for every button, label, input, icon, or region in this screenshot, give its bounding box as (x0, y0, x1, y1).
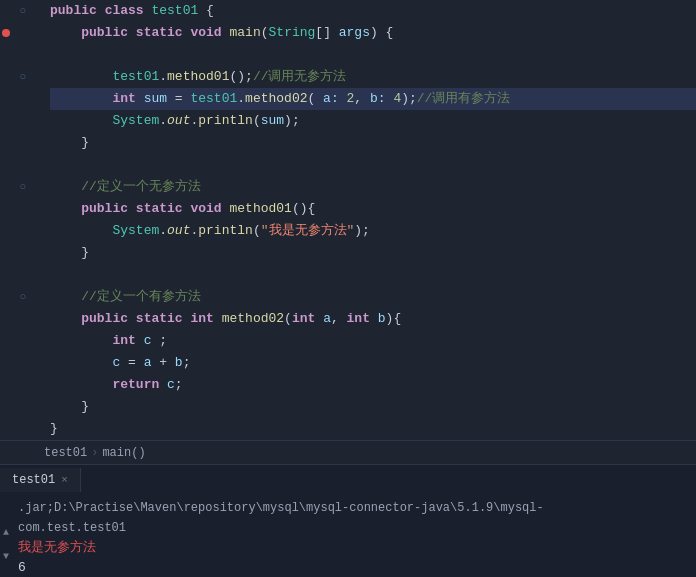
code-line-6: System.out.println(sum); (50, 110, 696, 132)
gutter-line-4: ○ (0, 66, 32, 88)
code-line-1: public class test01 { (50, 0, 696, 22)
gutter-line-15 (0, 308, 32, 330)
terminal-output-chinese: 我是无参方法 (18, 538, 96, 558)
gutter-line-10 (0, 198, 32, 220)
breadcrumb-method: main() (102, 446, 145, 460)
gutter-line-16 (0, 330, 32, 352)
gutter-line-12 (0, 242, 32, 264)
code-line-17: c = a + b; (50, 352, 696, 374)
code-line-12: } (50, 242, 696, 264)
gutter-line-5 (0, 88, 32, 110)
gutter-line-17 (0, 352, 32, 374)
code-line-7: } (50, 132, 696, 154)
gutter-line-14: ○ (0, 286, 32, 308)
code-line-15: public static int method02(int a, int b)… (50, 308, 696, 330)
code-line-18: return c; (50, 374, 696, 396)
code-line-19: } (50, 396, 696, 418)
code-line-3 (50, 44, 696, 66)
code-line-4: test01.method01();//调用无参方法 (50, 66, 696, 88)
terminal-line-output1: 我是无参方法 (18, 538, 696, 558)
code-content[interactable]: public class test01 { public static void… (40, 0, 696, 440)
gutter-line-6 (0, 110, 32, 132)
breadcrumb-file: test01 (44, 446, 87, 460)
line-numbers: ○ ○ ○ ○ (0, 0, 40, 440)
gutter-line-13 (0, 264, 32, 286)
code-line-9: //定义一个无参方法 (50, 176, 696, 198)
terminal-tab-bar: test01 × (0, 464, 696, 492)
terminal-line-path: .jar;D:\Practise\Maven\repository\mysql\… (18, 498, 696, 518)
code-editor[interactable]: ○ ○ ○ ○ (0, 0, 696, 440)
gutter-line-11 (0, 220, 32, 242)
gutter-line-19 (0, 396, 32, 418)
code-line-5: int sum = test01.method02( a: 2, b: 4);/… (50, 88, 696, 110)
gutter-line-18 (0, 374, 32, 396)
code-line-14: //定义一个有参方法 (50, 286, 696, 308)
terminal-line-output2: 6 (18, 558, 696, 577)
gutter-line-2 (0, 22, 32, 44)
code-line-13 (50, 264, 696, 286)
terminal-path-text: .jar;D:\Practise\Maven\repository\mysql\… (18, 498, 544, 518)
terminal-class-text: com.test.test01 (18, 518, 126, 538)
terminal-tab-close-icon[interactable]: × (61, 474, 68, 486)
code-line-20: } (50, 418, 696, 440)
code-line-2: public static void main(String[] args) { (50, 22, 696, 44)
code-line-10: public static void method01(){ (50, 198, 696, 220)
breadcrumb-bar: test01 › main() (0, 440, 696, 464)
gutter-line-8 (0, 154, 32, 176)
terminal-output: ▲ ▼ .jar;D:\Practise\Maven\repository\my… (0, 492, 696, 577)
gutter-line-7 (0, 132, 32, 154)
terminal-tab-test01[interactable]: test01 × (0, 468, 81, 492)
gutter-line-1: ○ (0, 0, 32, 22)
code-line-11: System.out.println("我是无参方法"); (50, 220, 696, 242)
terminal-line-class: com.test.test01 (18, 518, 696, 538)
gutter-line-9: ○ (0, 176, 32, 198)
gutter-line-3 (0, 44, 32, 66)
breadcrumb-separator: › (91, 446, 98, 460)
terminal-scroll-controls: ▲ ▼ (0, 492, 12, 577)
code-line-8 (50, 154, 696, 176)
code-line-16: int c ; (50, 330, 696, 352)
scroll-down-icon[interactable]: ▼ (3, 547, 9, 567)
terminal-tab-label: test01 (12, 473, 55, 487)
gutter-line-20 (0, 418, 32, 440)
scroll-up-icon[interactable]: ▲ (3, 523, 9, 543)
terminal-output-number: 6 (18, 558, 26, 577)
